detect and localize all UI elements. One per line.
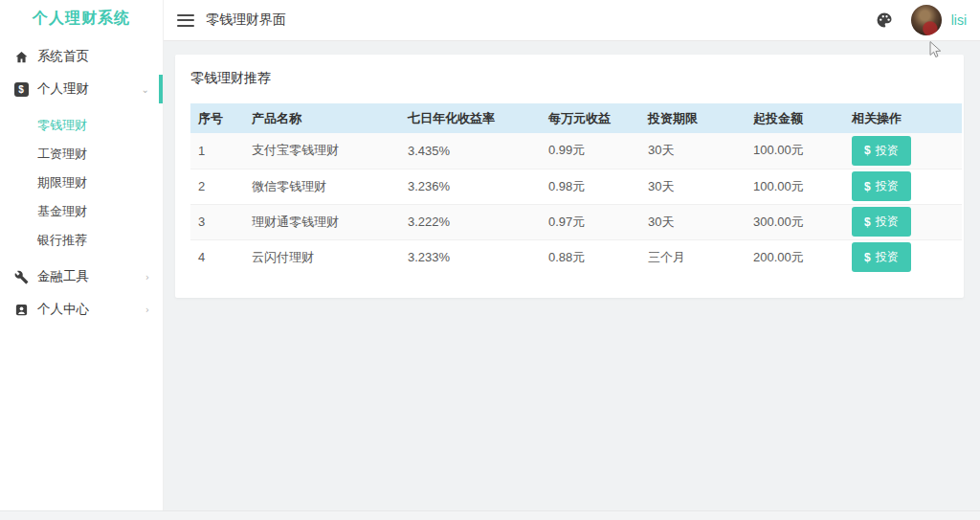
col-header-min: 起投金额	[746, 103, 844, 133]
col-header-period: 投资期限	[640, 103, 746, 133]
sidebar-item-term-finance[interactable]: 期限理财	[0, 169, 163, 197]
dollar-icon: $	[864, 180, 871, 193]
sidebar-item-bank-recommend[interactable]: 银行推荐	[0, 226, 163, 255]
cell-rate: 3.236%	[400, 169, 541, 204]
invest-button-label: 投资	[876, 249, 899, 265]
cell-period: 30天	[640, 133, 746, 169]
sidebar-item-label: 个人中心	[37, 301, 89, 318]
invest-button[interactable]: $投资	[852, 207, 911, 237]
invest-button[interactable]: $投资	[852, 136, 911, 166]
table-row: 2 微信零钱理财 3.236% 0.98元 30天 100.00元 $投资	[190, 169, 962, 204]
menu-toggle-icon[interactable]	[177, 14, 194, 27]
theme-palette-icon[interactable]	[875, 11, 894, 30]
products-table: 序号 产品名称 七日年化收益率 每万元收益 投资期限 起投金额 相关操作 1 支…	[190, 103, 962, 275]
card-title: 零钱理财推荐	[190, 70, 964, 87]
user-card-icon	[13, 302, 29, 317]
chevron-right-icon: ›	[145, 305, 149, 315]
cell-product: 理财通零钱理财	[244, 204, 400, 239]
table-header-row: 序号 产品名称 七日年化收益率 每万元收益 投资期限 起投金额 相关操作	[190, 103, 962, 133]
cell-min: 200.00元	[746, 239, 844, 275]
sidebar-item-personal-center[interactable]: 个人中心 ›	[0, 293, 163, 326]
chevron-down-icon: ⌄	[142, 84, 149, 95]
cell-product: 支付宝零钱理财	[244, 133, 400, 169]
dollar-icon: $	[864, 144, 871, 157]
sidebar-menu: 系统首页 $ 个人理财 ⌄ 零钱理财 工资理财 期限理财 基金理财 银行推荐	[0, 40, 163, 326]
app-window: 个人理财系统 系统首页 $ 个人理财 ⌄ 零钱理财 工资理财 期限理财 基金理财	[0, 0, 980, 520]
horizontal-scrollbar[interactable]	[0, 510, 980, 520]
main-content: 零钱理财推荐 序号 产品名称 七日年化收益率 每万元收益 投资期限 起投金额 相…	[164, 42, 980, 510]
cell-index: 1	[190, 133, 244, 169]
wrench-icon	[13, 269, 29, 284]
cell-income: 0.99元	[541, 133, 640, 169]
cell-income: 0.97元	[541, 204, 640, 239]
table-row: 3 理财通零钱理财 3.222% 0.97元 30天 300.00元 $投资	[190, 204, 962, 239]
dollar-icon: $	[864, 251, 871, 264]
recommend-card: 零钱理财推荐 序号 产品名称 七日年化收益率 每万元收益 投资期限 起投金额 相…	[175, 55, 964, 298]
cell-period: 三个月	[640, 239, 746, 275]
sidebar-item-salary-finance[interactable]: 工资理财	[0, 140, 163, 169]
cell-product: 微信零钱理财	[244, 169, 400, 204]
dollar-icon: $	[13, 81, 29, 97]
topbar: 零钱理财界面 lisi	[164, 0, 980, 41]
sidebar-item-label: 金融工具	[37, 268, 89, 285]
sidebar-item-label: 个人理财	[37, 80, 89, 98]
avatar[interactable]	[911, 5, 942, 35]
cell-period: 30天	[640, 204, 746, 239]
cell-index: 2	[190, 169, 244, 204]
username[interactable]: lisi	[951, 12, 967, 28]
col-header-income: 每万元收益	[541, 103, 640, 133]
cell-min: 100.00元	[746, 169, 844, 204]
cell-product: 云闪付理财	[244, 239, 400, 275]
sidebar-item-finance-tools[interactable]: 金融工具 ›	[0, 260, 163, 293]
col-header-index: 序号	[190, 103, 244, 133]
col-header-rate: 七日年化收益率	[400, 103, 541, 133]
home-icon	[13, 49, 29, 64]
col-header-product: 产品名称	[244, 103, 400, 133]
cell-index: 3	[190, 204, 244, 239]
table-row: 1 支付宝零钱理财 3.435% 0.99元 30天 100.00元 $投资	[190, 133, 962, 169]
invest-button[interactable]: $投资	[852, 242, 911, 272]
invest-button[interactable]: $投资	[852, 171, 911, 201]
col-header-action: 相关操作	[844, 103, 962, 133]
topbar-right: lisi	[875, 5, 980, 35]
page-title: 零钱理财界面	[206, 11, 286, 29]
sidebar-item-personal-finance[interactable]: $ 个人理财 ⌄	[0, 73, 163, 105]
invest-button-label: 投资	[876, 178, 899, 194]
sidebar-item-home[interactable]: 系统首页	[0, 40, 163, 73]
app-title: 个人理财系统	[0, 0, 163, 38]
cell-income: 0.98元	[541, 169, 640, 204]
cell-rate: 3.233%	[400, 239, 541, 275]
invest-button-label: 投资	[876, 143, 899, 159]
cell-min: 300.00元	[746, 204, 844, 239]
chevron-right-icon: ›	[145, 272, 149, 283]
cell-rate: 3.222%	[400, 204, 541, 239]
dollar-icon: $	[864, 215, 871, 229]
cell-income: 0.88元	[541, 239, 640, 275]
cell-index: 4	[190, 239, 244, 275]
sidebar-item-fund-finance[interactable]: 基金理财	[0, 197, 163, 226]
sidebar-item-change-finance[interactable]: 零钱理财	[0, 111, 163, 140]
invest-button-label: 投资	[876, 214, 899, 230]
cell-min: 100.00元	[746, 133, 844, 169]
cell-period: 30天	[640, 169, 746, 204]
sidebar: 个人理财系统 系统首页 $ 个人理财 ⌄ 零钱理财 工资理财 期限理财 基金理财	[0, 0, 164, 510]
sidebar-item-label: 系统首页	[37, 48, 89, 65]
sidebar-submenu: 零钱理财 工资理财 期限理财 基金理财 银行推荐	[0, 111, 163, 255]
table-row: 4 云闪付理财 3.233% 0.88元 三个月 200.00元 $投资	[190, 239, 962, 275]
cell-rate: 3.435%	[400, 133, 541, 169]
